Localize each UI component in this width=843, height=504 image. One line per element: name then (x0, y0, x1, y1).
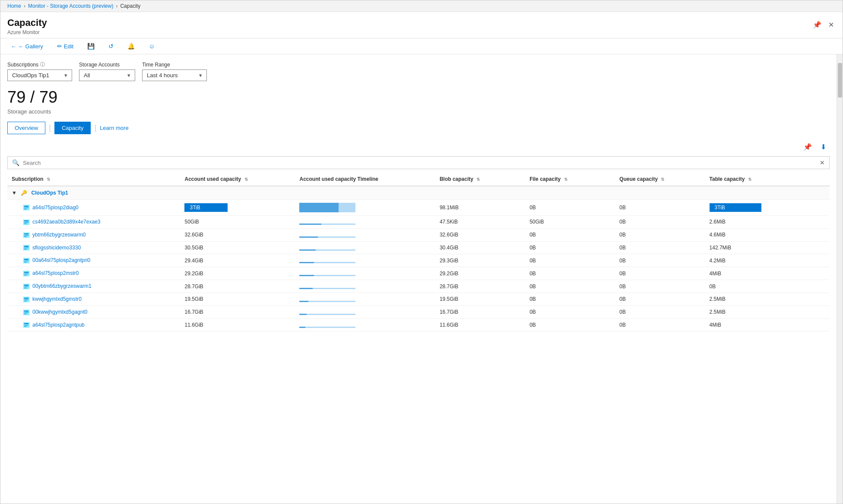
cell-file: 0B (525, 306, 615, 318)
table-row: 00a64sl75plosp2agntpri0 29.4GiB 29.3GiB … (7, 254, 830, 267)
pin-table-button[interactable]: 📌 (802, 141, 814, 153)
storage-account-link[interactable]: a64sl75plosp2agntpub (32, 322, 85, 328)
cell-table: 0B (705, 280, 830, 293)
group-name[interactable]: CloudOps Tip1 (32, 190, 68, 196)
close-button[interactable]: ✕ (827, 19, 836, 31)
table-header-row: Subscription ⇅ Account used capacity ⇅ A… (7, 173, 830, 186)
cell-file: 0B (525, 318, 615, 331)
storage-account-link[interactable]: a64sl75plosp2diag0 (32, 205, 79, 211)
save-icon: 💾 (87, 43, 95, 50)
bell-icon: 🔔 (127, 43, 135, 50)
col-used-cap-header[interactable]: Account used capacity ⇅ (180, 173, 295, 186)
alert-button[interactable]: 🔔 (124, 41, 138, 51)
subscriptions-filter: Subscriptions ⓘ CloudOps Tip1 ▾ (7, 61, 72, 81)
breadcrumb-monitor[interactable]: Monitor - Storage Accounts (preview) (28, 3, 113, 9)
col-timeline-header[interactable]: Account used capacity Timeline (295, 173, 435, 186)
storage-account-link[interactable]: ybtm66zbygrzeswarm0 (32, 232, 86, 238)
cell-timeline (295, 267, 435, 280)
count-label: Storage accounts (7, 108, 830, 115)
svg-rect-47 (24, 323, 29, 324)
svg-rect-3 (24, 208, 29, 208)
svg-rect-28 (24, 274, 29, 274)
svg-rect-44 (24, 314, 27, 314)
tab-overview[interactable]: Overview (7, 122, 45, 134)
table-actions: 📌 ⬇ (7, 141, 830, 153)
storage-account-link[interactable]: 00kwwjhgymlxd5gagnt0 (32, 309, 87, 315)
svg-rect-13 (24, 235, 29, 236)
cell-blob: 11.6GiB (435, 318, 525, 331)
group-key-icon: 🔑 (21, 190, 27, 196)
save-button[interactable]: 💾 (84, 41, 98, 51)
learn-more-link[interactable]: Learn more (100, 125, 128, 131)
cell-blob: 32.6GiB (435, 228, 525, 241)
scrollbar[interactable] (837, 54, 843, 504)
scrollbar-thumb[interactable] (838, 63, 842, 98)
table-row: a64sl75plosp2mstr0 29.2GiB 29.2GiB 0B 0B… (7, 267, 830, 280)
cell-timeline (295, 216, 435, 229)
cell-queue: 0B (615, 241, 705, 254)
svg-rect-17 (24, 246, 29, 247)
col-queue-header[interactable]: Queue capacity ⇅ (615, 173, 705, 186)
cell-table: 4.6MiB (705, 228, 830, 241)
download-button[interactable]: ⬇ (819, 141, 828, 153)
cell-file: 0B (525, 267, 615, 280)
breadcrumb: Home › Monitor - Storage Accounts (previ… (0, 0, 843, 12)
col-subscription-header[interactable]: Subscription ⇅ (7, 173, 180, 186)
cell-queue: 0B (615, 216, 705, 229)
storage-accounts-dropdown[interactable]: All ▾ (79, 69, 135, 81)
cell-queue: 0B (615, 318, 705, 331)
breadcrumb-home[interactable]: Home (7, 3, 21, 9)
table-group-row[interactable]: ▼ 🔑 CloudOps Tip1 (7, 186, 830, 200)
toolbar: ← ← Gallery ✏ Edit 💾 ↺ 🔔 ☺ (0, 38, 843, 54)
group-expand-icon[interactable]: ▼ (12, 190, 17, 196)
col-blob-header[interactable]: Blob capacity ⇅ (435, 173, 525, 186)
breadcrumb-current: Capacity (120, 3, 140, 9)
cell-queue: 0B (615, 280, 705, 293)
cell-table: 2.6MiB (705, 216, 830, 229)
col-file-header[interactable]: File capacity ⇅ (525, 173, 615, 186)
cell-blob: 29.3GiB (435, 254, 525, 267)
edit-button[interactable]: ✏ Edit (54, 41, 77, 51)
col-table-header[interactable]: Table capacity ⇅ (705, 173, 830, 186)
info-icon[interactable]: ⓘ (40, 61, 45, 68)
cell-file: 0B (525, 241, 615, 254)
subscriptions-dropdown[interactable]: CloudOps Tip1 ▾ (7, 69, 72, 81)
sort-icon: ⇅ (661, 177, 664, 182)
tab-row: Overview | Capacity | Learn more (7, 122, 830, 134)
pin-button[interactable]: 📌 (811, 19, 823, 31)
svg-rect-34 (24, 288, 27, 288)
cell-used-cap: 19.5GiB (180, 293, 295, 306)
cell-file: 0B (525, 254, 615, 267)
storage-account-link[interactable]: cs4692aea0b2d89x4e7exae3 (32, 219, 100, 225)
cell-blob: 19.5GiB (435, 293, 525, 306)
gallery-back-button[interactable]: ← ← Gallery (7, 41, 47, 51)
svg-rect-4 (24, 209, 27, 209)
tab-capacity[interactable]: Capacity (54, 122, 91, 134)
storage-account-link[interactable]: kwwjhgymlxd5gmstr0 (32, 296, 82, 302)
search-input[interactable] (23, 160, 820, 166)
svg-rect-24 (24, 262, 27, 262)
cell-used-cap: 32.6GiB (180, 228, 295, 241)
cell-timeline (295, 318, 435, 331)
cell-table: 2.5MiB (705, 293, 830, 306)
storage-account-link[interactable]: a64sl75plosp2mstr0 (32, 270, 79, 276)
storage-account-link[interactable]: 00a64sl75plosp2agntpri0 (32, 257, 90, 263)
refresh-button[interactable]: ↺ (105, 41, 117, 51)
cell-timeline (295, 280, 435, 293)
cell-name: kwwjhgymlxd5gmstr0 (7, 293, 180, 306)
clear-search-icon[interactable]: ✕ (820, 159, 825, 166)
time-range-dropdown[interactable]: Last 4 hours ▾ (142, 69, 207, 81)
cell-blob: 16.7GiB (435, 306, 525, 318)
storage-account-link[interactable]: 00ybtm66zbygrzeswarm1 (32, 283, 92, 289)
svg-rect-22 (24, 259, 29, 260)
storage-account-link[interactable]: sflogsshicidemo3330 (32, 245, 81, 251)
cell-name: sflogsshicidemo3330 (7, 241, 180, 254)
cell-queue: 0B (615, 306, 705, 318)
cell-used-cap: 30.5GiB (180, 241, 295, 254)
cell-used-cap: 16.7GiB (180, 306, 295, 318)
time-range-value: Last 4 hours (147, 72, 199, 79)
feedback-button[interactable]: ☺ (145, 41, 158, 51)
content-area: Subscriptions ⓘ CloudOps Tip1 ▾ Storage … (0, 54, 837, 504)
cell-queue: 0B (615, 254, 705, 267)
refresh-icon: ↺ (108, 43, 114, 50)
